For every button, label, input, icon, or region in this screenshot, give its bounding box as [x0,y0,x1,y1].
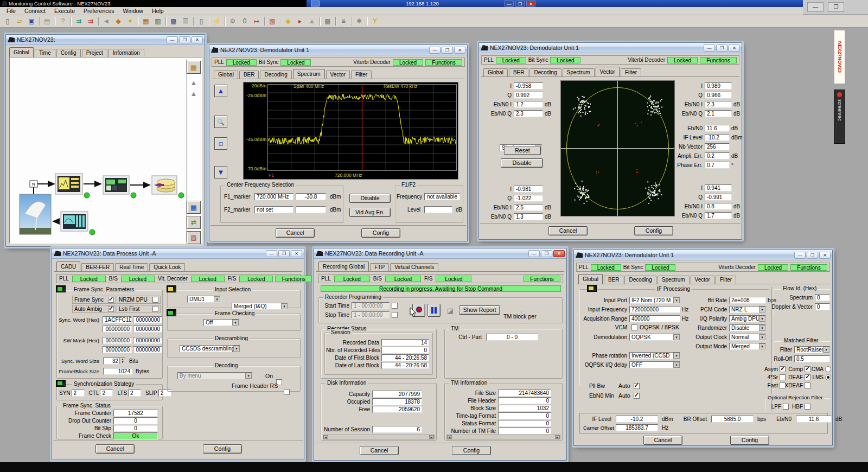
run-icon[interactable]: ⇉ [73,16,84,26]
functions-button[interactable]: Functions [275,276,312,282]
tab-cadu[interactable]: CADU [56,261,80,271]
checkbox[interactable] [392,303,398,309]
ref-level-down-button[interactable]: ▼ [214,166,227,178]
input-signal-select[interactable]: Merged (I&Q)▾ [232,303,288,310]
tab-ber[interactable]: BER [239,71,259,79]
frame-header-rs-checkbox[interactable] [284,389,290,395]
antenna-icon[interactable]: ▲ [187,77,200,88]
close-button[interactable]: ✕ [729,44,740,52]
dropdown[interactable]: Disable▾ [729,324,766,331]
tab-recording-global[interactable]: Recording Global [318,261,369,271]
tab-time[interactable]: Time [35,49,55,57]
minimize-button[interactable]: — [266,250,277,257]
checkbox[interactable] [152,306,158,312]
tab-filter[interactable]: Filter [716,276,736,284]
titlebar[interactable]: NEX27NOV23: Data Process Unit -A — ❐ ✕ [52,248,304,259]
fan-icon[interactable]: ✱ [354,16,365,26]
marker-icon[interactable]: ◆ [283,16,293,26]
dropdown[interactable]: OQPSK▾ [629,334,680,341]
pause-button[interactable] [427,304,441,317]
sw-mask-field[interactable]: 00000000 [133,346,162,353]
tab-real-time[interactable]: Real Time [115,263,148,271]
minimize-button[interactable]: — [528,250,540,257]
rocket-icon[interactable]: ▸ [295,16,305,26]
sync-word-field[interactable]: 00000000 [133,316,162,323]
dropdown-arrow-icon[interactable]: ▾ [759,307,765,312]
field[interactable]: 0 [815,303,830,310]
menu-item[interactable]: Preferences [79,8,119,14]
host-minimize-button[interactable]: — [807,2,824,12]
checkbox[interactable] [108,306,114,312]
zoom-out-button[interactable]: ⊡ [214,137,227,150]
checklist-icon[interactable]: ≡ [338,16,349,26]
dropdown[interactable]: IF2 Nom (720 M▾ [629,297,680,304]
wizard-icon[interactable]: Y [369,16,380,26]
tab-quick-look[interactable]: Quick Look [149,263,185,271]
functions-button[interactable]: Functions [790,264,827,271]
dropdown-arrow-icon[interactable]: ▾ [214,296,220,302]
demodulator-node[interactable] [55,174,82,194]
maximize-button[interactable]: ❐ [442,47,453,54]
titlebar[interactable]: NEX27NOV23: Demodulator Unit 1 — ❐ ✕ [479,43,742,53]
field[interactable]: 1 - 00:00:00 [352,302,390,309]
maximize-button[interactable]: ❐ [278,250,290,257]
tab-decoding[interactable]: Decoding [529,68,561,76]
titlebar[interactable]: NEX27NOV23: Demodulator Unit 1 — ❐ ✕ [574,250,832,260]
menu-item[interactable]: Window [119,8,148,14]
tab-virtual-channels[interactable]: Virtual Channels [390,263,438,271]
checkbox[interactable] [392,312,398,318]
tab-filter[interactable]: Filter [621,68,641,76]
titlebar[interactable]: NEX27NOV23: Demodulator Unit 1 — ❐ ✕ [209,45,467,55]
key-icon[interactable]: ✦ [125,16,136,26]
modulator-node[interactable] [61,212,88,231]
multi-icon[interactable]: ▩ [322,16,333,26]
close-button[interactable]: ✕ [291,250,302,257]
minimize-button[interactable]: — [794,252,806,259]
dropdown-arrow-icon[interactable]: ▾ [759,343,765,349]
erase-button[interactable]: ◪ [444,305,457,316]
checkbox[interactable] [780,366,786,372]
f2-frequency-field[interactable]: not set [254,206,293,213]
ref-level-up-button[interactable]: ▲ [214,85,227,97]
sync-word-field[interactable]: 00000000 [133,326,162,333]
checkbox[interactable] [780,382,786,388]
checkbox[interactable] [783,404,789,410]
field[interactable]: 256 [705,143,730,150]
tab-spectrum[interactable]: Spectrum [293,69,325,79]
device-config-icon[interactable]: ▦ [141,16,151,26]
palette-icon[interactable]: ▧ [267,16,278,26]
bolt-icon[interactable]: ⚡ [212,16,222,26]
f1-frequency-field[interactable]: 720.000 MHz [254,193,293,200]
minimize-button[interactable]: — [505,1,514,7]
upload-icon[interactable]: ▲ [307,16,317,26]
functions-button[interactable]: Functions [700,57,737,63]
host-maximize-button[interactable]: ❐ [828,2,844,12]
tab-ber[interactable]: BER [604,276,624,284]
tab-decoding[interactable]: Decoding [260,71,291,79]
close-button[interactable]: ✕ [553,250,565,257]
copy-icon[interactable]: ▩ [168,16,179,26]
field[interactable]: 2 [100,390,113,397]
dropdown[interactable]: Ambig DPUA▾ [729,315,766,322]
functions-button[interactable]: Functions [425,59,462,66]
field[interactable]: 0.5 [794,355,830,362]
ebn0-min-auto-checkbox[interactable] [634,393,640,399]
step-back-icon[interactable]: ◄ [101,16,112,26]
cancel-button[interactable]: Cancel [360,446,399,455]
new-icon[interactable]: ▯ [2,16,13,26]
checkbox[interactable] [780,374,786,380]
field[interactable]: 400000 [629,315,680,322]
vcm-checkbox[interactable] [631,324,637,330]
spinner-icon[interactable]: ▴▾ [119,358,125,364]
antenna-icon[interactable]: ▲ [187,88,200,99]
tab-global[interactable]: Global [578,274,603,284]
tab-information[interactable]: Information [108,49,144,57]
menu-item[interactable]: Execute [50,8,79,14]
checkbox[interactable] [805,366,810,372]
input-unit-select[interactable]: DMU1▾ [187,296,221,303]
vector-disable-button[interactable]: Disable [501,158,543,168]
dropdown-arrow-icon[interactable]: ▾ [759,316,765,322]
minimize-button[interactable]: — [704,44,715,52]
tab-global[interactable]: Global [214,71,238,79]
cancel-button[interactable]: Cancel [548,226,588,235]
